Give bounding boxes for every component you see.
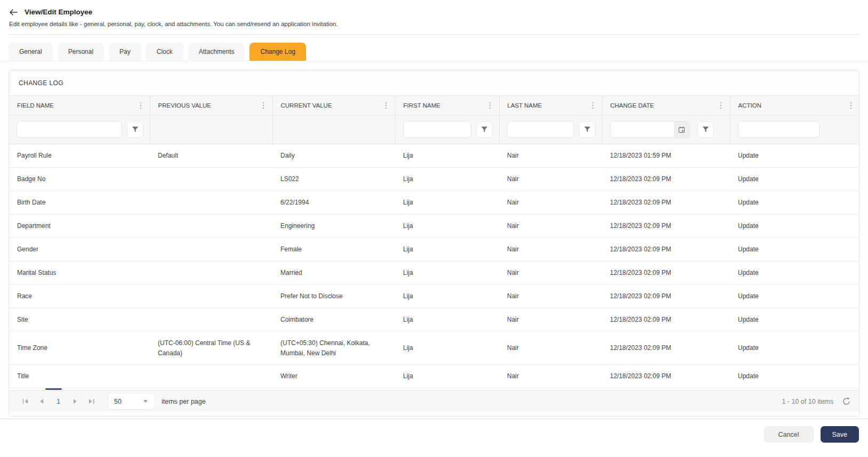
first-page-button[interactable] bbox=[17, 393, 34, 410]
cell-field-name: Payroll Rule bbox=[9, 144, 150, 168]
cell-change-date: 12/18/2023 02:09 PM bbox=[602, 191, 730, 215]
column-menu-button[interactable] bbox=[486, 102, 494, 109]
cell-field-name: Race bbox=[9, 285, 150, 308]
grid-body: Payroll RuleDefaultDailyLijaNair12/18/20… bbox=[9, 144, 859, 388]
cell-field-name: Gender bbox=[9, 238, 150, 262]
back-arrow-icon[interactable] bbox=[9, 9, 18, 16]
table-row: TitleWriterLijaNair12/18/2023 02:09 PMUp… bbox=[9, 365, 859, 388]
previous-page-button[interactable] bbox=[34, 393, 50, 410]
cell-last-name: Nair bbox=[499, 308, 602, 332]
grid-header-row: FIELD NAMEPREVIOUS VALUECURRENT VALUEFIR… bbox=[9, 96, 859, 116]
cell-first-name: Lija bbox=[395, 332, 499, 365]
filter-button-first-name[interactable] bbox=[476, 121, 493, 138]
column-header-current-value[interactable]: CURRENT VALUE bbox=[272, 96, 395, 116]
tab-personal[interactable]: Personal bbox=[58, 43, 104, 61]
cell-first-name: Lija bbox=[395, 238, 499, 262]
table-row: GenderFemaleLijaNair12/18/2023 02:09 PMU… bbox=[9, 238, 859, 262]
tab-general[interactable]: General bbox=[9, 43, 53, 61]
cell-previous-value bbox=[150, 365, 272, 388]
tab-label: Attachments bbox=[199, 48, 235, 55]
filter-button-last-name[interactable] bbox=[579, 121, 596, 138]
cell-field-name: Department bbox=[9, 215, 150, 238]
column-header-last-name[interactable]: LAST NAME bbox=[499, 96, 602, 116]
last-page-button[interactable] bbox=[83, 393, 100, 410]
page-size-value: 50 bbox=[114, 398, 122, 405]
filter-button-field-name[interactable] bbox=[127, 121, 143, 138]
column-header-label: ACTION bbox=[738, 102, 761, 109]
pager-bar: 1 50 items per page 1 - 10 of 10 items bbox=[9, 390, 859, 412]
cell-current-value: Daily bbox=[272, 144, 395, 168]
table-row: Time Zone(UTC-06:00) Central Time (US & … bbox=[9, 332, 859, 365]
cell-action: Update bbox=[730, 262, 859, 285]
filter-button-change-date[interactable] bbox=[697, 121, 714, 138]
column-menu-button[interactable] bbox=[847, 102, 855, 109]
filter-input-action[interactable] bbox=[738, 121, 819, 138]
content-area: CHANGE LOG FIELD NAMEPREVIOUS VALUECURRE… bbox=[0, 61, 868, 419]
column-header-label: LAST NAME bbox=[508, 102, 542, 109]
column-header-change-date[interactable]: CHANGE DATE bbox=[602, 96, 730, 116]
current-page-number[interactable]: 1 bbox=[50, 397, 67, 405]
column-menu-button[interactable] bbox=[589, 102, 597, 109]
tab-label: Pay bbox=[119, 48, 131, 55]
column-menu-button[interactable] bbox=[137, 102, 144, 109]
pager-range-label: 1 - 10 of 10 items bbox=[782, 398, 833, 405]
tab-attachments[interactable]: Attachments bbox=[188, 43, 245, 61]
next-page-button[interactable] bbox=[67, 393, 83, 410]
cell-field-name: Time Zone bbox=[9, 332, 150, 365]
cell-last-name: Nair bbox=[499, 285, 602, 308]
cell-action: Update bbox=[730, 168, 859, 191]
panel-title: CHANGE LOG bbox=[9, 70, 859, 96]
tab-clock[interactable]: Clock bbox=[146, 43, 183, 61]
cell-previous-value: (UTC-06:00) Central Time (US & Canada) bbox=[150, 332, 272, 365]
filter-funnel-icon bbox=[481, 126, 488, 133]
calendar-button[interactable] bbox=[674, 121, 689, 137]
cancel-button[interactable]: Cancel bbox=[764, 426, 814, 443]
cell-action: Update bbox=[730, 308, 859, 332]
column-header-previous-value[interactable]: PREVIOUS VALUE bbox=[150, 96, 272, 116]
refresh-icon[interactable] bbox=[841, 397, 851, 406]
page-size-dropdown[interactable]: 50 bbox=[108, 393, 155, 410]
cell-current-value: Female bbox=[272, 238, 395, 262]
tab-bar: GeneralPersonalPayClockAttachmentsChange… bbox=[0, 35, 868, 61]
filter-input-field-name[interactable] bbox=[17, 121, 122, 138]
cell-current-value: Coimbatore bbox=[272, 308, 395, 332]
change-log-grid: FIELD NAMEPREVIOUS VALUECURRENT VALUEFIR… bbox=[9, 96, 859, 388]
cell-field-name: Site bbox=[9, 308, 150, 332]
filter-input-first-name[interactable] bbox=[403, 121, 471, 138]
column-header-label: PREVIOUS VALUE bbox=[158, 102, 212, 109]
cell-field-name: Badge No bbox=[9, 168, 150, 191]
cell-current-value: LS022 bbox=[272, 168, 395, 191]
cell-previous-value bbox=[150, 262, 272, 285]
cell-current-value: Engineering bbox=[272, 215, 395, 238]
cell-previous-value bbox=[150, 215, 272, 238]
cell-action: Update bbox=[730, 238, 859, 262]
cell-first-name: Lija bbox=[395, 365, 499, 388]
column-menu-button[interactable] bbox=[717, 102, 725, 109]
save-button[interactable]: Save bbox=[821, 426, 859, 443]
filter-date-input-change-date[interactable] bbox=[610, 121, 674, 137]
column-header-action[interactable]: ACTION bbox=[730, 96, 859, 116]
cell-action: Update bbox=[730, 365, 859, 388]
column-header-first-name[interactable]: FIRST NAME bbox=[395, 96, 499, 116]
kebab-menu-icon bbox=[592, 102, 594, 109]
cell-current-value: Writer bbox=[272, 365, 395, 388]
calendar-icon bbox=[678, 126, 685, 133]
cell-last-name: Nair bbox=[499, 365, 602, 388]
cell-last-name: Nair bbox=[499, 144, 602, 168]
horizontal-scrollbar-thumb[interactable] bbox=[45, 388, 62, 390]
column-header-field-name[interactable]: FIELD NAME bbox=[9, 96, 150, 116]
tab-pay[interactable]: Pay bbox=[109, 43, 141, 61]
footer-actions: Cancel Save bbox=[0, 419, 868, 443]
tab-change-log[interactable]: Change Log bbox=[250, 43, 306, 61]
cell-previous-value: Default bbox=[150, 144, 272, 168]
kebab-menu-icon bbox=[720, 102, 722, 109]
cell-action: Update bbox=[730, 215, 859, 238]
table-row: RacePrefer Not to DiscloseLijaNair12/18/… bbox=[9, 285, 859, 308]
cell-action: Update bbox=[730, 285, 859, 308]
column-header-label: FIRST NAME bbox=[404, 102, 440, 109]
column-menu-button[interactable] bbox=[260, 102, 267, 109]
column-menu-button[interactable] bbox=[382, 102, 390, 109]
filter-input-last-name[interactable] bbox=[507, 121, 574, 138]
items-per-page-label: items per page bbox=[162, 398, 206, 405]
table-row: SiteCoimbatoreLijaNair12/18/2023 02:09 P… bbox=[9, 308, 859, 332]
